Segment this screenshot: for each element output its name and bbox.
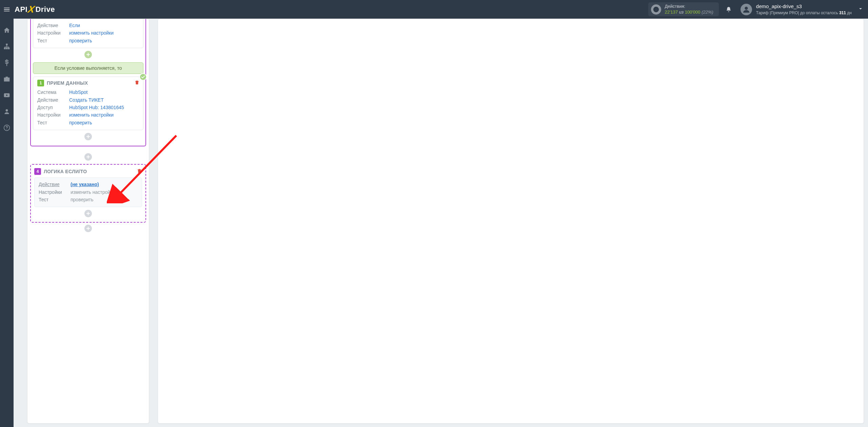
chevron-down-icon <box>858 6 863 12</box>
briefcase-icon <box>3 76 10 82</box>
actions-percent: (22%) <box>702 9 713 15</box>
row-value: изменить настройки <box>71 188 115 196</box>
row-label: Тест <box>37 119 66 126</box>
step-number-badge: 1 <box>37 80 44 86</box>
card-title: ЛОГИКА ЕСЛИ/ТО <box>44 169 87 174</box>
row-value-link[interactable]: проверить <box>69 119 92 126</box>
logic-wrapper: ДействиеЕсли Настройкиизменить настройки… <box>30 19 146 146</box>
help-icon <box>3 124 10 131</box>
delete-block-button[interactable] <box>137 168 142 175</box>
avatar-icon <box>741 4 752 15</box>
row-label: Доступ <box>37 104 66 111</box>
row-value: проверить <box>71 196 94 203</box>
rail-home[interactable] <box>0 26 14 34</box>
card-title: ПРИЕМ ДАННЫХ <box>47 80 88 86</box>
bell-icon <box>726 6 732 13</box>
add-block-button[interactable] <box>84 153 92 161</box>
tariff-prefix: Тариф |Премиум PRO| до оплаты осталось <box>756 11 839 15</box>
user-icon <box>3 108 10 115</box>
actions-total: 100'000 <box>685 9 701 15</box>
svg-rect-7 <box>8 48 9 49</box>
trash-icon <box>137 168 142 174</box>
logo[interactable]: API X Drive <box>15 5 55 14</box>
plus-icon <box>86 212 90 215</box>
step-number-badge: 4 <box>34 168 41 175</box>
add-step-button[interactable] <box>84 133 92 140</box>
rail-briefcase[interactable] <box>0 75 14 83</box>
receive-data-card: 1 ПРИЕМ ДАННЫХ СистемаHubSpot ДействиеСо… <box>33 77 143 130</box>
menu-toggle-button[interactable] <box>0 0 14 19</box>
row-label: Тест <box>39 196 67 203</box>
user-text: demo_apix-drive_s3 Тариф |Премиум PRO| д… <box>756 3 852 15</box>
action-unset-link[interactable]: (не указано) <box>71 181 99 188</box>
dollar-icon <box>3 59 10 66</box>
content-area: ДействиеЕсли Настройкиизменить настройки… <box>14 19 868 427</box>
row-value-link[interactable]: проверить <box>69 37 92 44</box>
logo-text-drive: Drive <box>35 5 55 14</box>
plus-icon <box>86 155 90 159</box>
delete-step-button[interactable] <box>134 80 140 86</box>
svg-rect-6 <box>6 48 7 49</box>
left-rail <box>0 19 14 427</box>
notifications-button[interactable] <box>724 6 734 13</box>
flow-panel: ДействиеЕсли Настройкиизменить настройки… <box>27 19 149 424</box>
trash-icon <box>134 80 140 85</box>
svg-rect-4 <box>6 44 7 45</box>
info-icon <box>651 4 661 15</box>
row-value-link[interactable]: изменить настройки <box>69 29 114 37</box>
tariff-days-suffix: дн <box>846 11 852 15</box>
svg-point-9 <box>6 109 8 111</box>
rail-connections[interactable] <box>0 42 14 50</box>
condition-card: ДействиеЕсли Настройкиизменить настройки… <box>33 19 143 48</box>
plus-icon <box>86 227 90 230</box>
home-icon <box>3 27 10 34</box>
row-label: Настройки <box>37 29 66 37</box>
actions-counter[interactable]: Действия: 22'137 из 100'000 (22%) <box>648 2 718 16</box>
condition-banner: Если условие выполняется, то <box>33 62 143 74</box>
row-label: Система <box>37 88 66 96</box>
svg-point-3 <box>745 6 748 9</box>
plus-icon <box>86 53 90 56</box>
logo-text-api: API <box>15 5 27 14</box>
row-label: Действие <box>39 181 67 188</box>
user-name: demo_apix-drive_s3 <box>756 3 852 10</box>
row-label: Тест <box>37 37 66 44</box>
logic-settings-card: Действие(не указано) Настройкиизменить н… <box>34 178 142 207</box>
row-label: Действие <box>37 96 66 104</box>
add-block-button[interactable] <box>84 225 92 232</box>
rail-youtube[interactable] <box>0 91 14 99</box>
svg-rect-2 <box>656 8 657 8</box>
row-value-link[interactable]: HubSpot Hub: 143801645 <box>69 104 124 111</box>
hamburger-icon <box>3 6 11 13</box>
youtube-icon <box>3 92 10 99</box>
add-step-button[interactable] <box>84 51 92 58</box>
user-menu[interactable]: demo_apix-drive_s3 Тариф |Премиум PRO| д… <box>741 3 852 15</box>
row-label: Действие <box>37 22 66 29</box>
sitemap-icon <box>3 43 10 50</box>
rail-help[interactable] <box>0 124 14 132</box>
user-menu-chevron[interactable] <box>858 6 863 13</box>
row-label: Настройки <box>39 188 67 196</box>
row-value-link[interactable]: HubSpot <box>69 88 87 96</box>
rail-billing[interactable] <box>0 59 14 67</box>
row-label: Настройки <box>37 111 66 119</box>
rail-profile[interactable] <box>0 107 14 116</box>
logic-if-then-block: 4 ЛОГИКА ЕСЛИ/ТО Действие(не указано) На… <box>30 164 146 223</box>
row-value-link[interactable]: Создать ТИКЕТ <box>69 96 104 104</box>
actions-label: Действия: <box>665 4 713 9</box>
plus-icon <box>86 135 90 138</box>
detail-panel <box>158 19 864 424</box>
row-value-link[interactable]: изменить настройки <box>69 111 114 119</box>
tariff-days: 311 <box>839 11 846 15</box>
add-step-button[interactable] <box>84 210 92 217</box>
actions-text: Действия: 22'137 из 100'000 (22%) <box>665 4 713 15</box>
actions-used: 22'137 <box>665 9 678 15</box>
row-value-link[interactable]: Если <box>69 22 80 29</box>
status-check-icon <box>139 73 147 81</box>
top-bar: API X Drive Действия: 22'137 из 100'000 … <box>0 0 868 19</box>
svg-rect-1 <box>656 9 657 11</box>
svg-rect-5 <box>4 48 5 49</box>
